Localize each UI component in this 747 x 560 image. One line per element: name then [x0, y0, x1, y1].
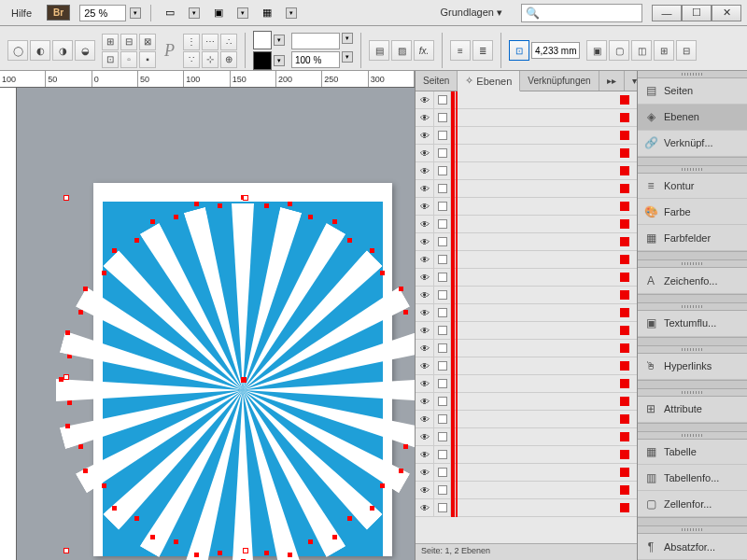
workspace-label[interactable]: Grundlagen ▾ — [430, 5, 512, 21]
layer-row[interactable]: 👁 — [416, 233, 637, 251]
layer-row[interactable]: 👁 — [416, 145, 637, 162]
selection-square[interactable] — [620, 237, 629, 246]
arrange-icon[interactable]: ▦ — [258, 4, 276, 22]
pathfinder-icon[interactable]: ◑ — [52, 40, 73, 61]
pathfinder-icon[interactable]: ◯ — [7, 40, 28, 61]
chevron-down-icon[interactable]: ▾ — [189, 7, 200, 19]
visibility-icon[interactable]: 👁 — [416, 482, 434, 499]
layer-row[interactable]: 👁 — [416, 499, 637, 517]
selection-square[interactable] — [620, 343, 629, 353]
lock-toggle[interactable] — [434, 304, 451, 322]
align-icon[interactable]: ⊠ — [139, 34, 156, 50]
panel-tabelle[interactable]: ▦Tabelle — [638, 440, 747, 466]
visibility-icon[interactable]: 👁 — [416, 127, 434, 145]
tab-ebenen[interactable]: ✧Ebenen — [458, 71, 520, 91]
visibility-icon[interactable]: 👁 — [416, 357, 434, 375]
selection-square[interactable] — [620, 397, 629, 406]
chevron-down-icon[interactable]: ▾ — [274, 35, 285, 46]
layer-row[interactable]: 👁 — [416, 251, 637, 269]
char-panel-icon[interactable]: P — [161, 41, 178, 61]
grip-icon[interactable] — [638, 432, 747, 440]
visibility-icon[interactable]: 👁 — [416, 464, 434, 482]
fill-swatch[interactable] — [253, 31, 272, 49]
selection-square[interactable] — [620, 95, 629, 105]
chevron-down-icon[interactable]: ▾ — [342, 51, 353, 63]
bridge-badge[interactable]: Br — [47, 5, 70, 21]
panel-absatz[interactable]: ¶Absatzfor... — [638, 534, 747, 560]
zoom-input[interactable] — [79, 5, 126, 21]
align-icon[interactable]: ▪ — [139, 51, 156, 68]
selection-square[interactable] — [620, 468, 629, 477]
chevron-down-icon[interactable]: ▾ — [237, 7, 248, 19]
visibility-icon[interactable]: 👁 — [416, 216, 434, 233]
chevron-down-icon[interactable]: ▾ — [130, 7, 141, 19]
layer-row[interactable]: 👁 — [416, 91, 637, 109]
visibility-icon[interactable]: 👁 — [416, 287, 434, 304]
visibility-icon[interactable]: 👁 — [416, 446, 434, 464]
panel-zellenfo[interactable]: ▢Zellenfor... — [638, 491, 747, 517]
selection-square[interactable] — [620, 414, 629, 424]
visibility-icon[interactable]: 👁 — [416, 233, 434, 251]
distribute-icon[interactable]: ∴ — [220, 34, 237, 50]
selection-square[interactable] — [620, 485, 629, 495]
selection-square[interactable] — [620, 450, 629, 459]
fx-icon[interactable]: fx. — [414, 40, 434, 61]
visibility-icon[interactable]: 👁 — [416, 428, 434, 446]
grip-icon[interactable] — [638, 526, 747, 534]
selection-square[interactable] — [620, 184, 629, 193]
visibility-icon[interactable]: 👁 — [416, 393, 434, 411]
selection-square[interactable] — [620, 166, 629, 175]
panel-farbe[interactable]: 🎨Farbe — [638, 199, 747, 225]
layer-row[interactable]: 👁 — [416, 269, 637, 287]
selection-square[interactable] — [620, 379, 629, 388]
visibility-icon[interactable]: 👁 — [416, 499, 434, 517]
lock-toggle[interactable] — [434, 180, 451, 198]
layer-row[interactable]: 👁 — [416, 287, 637, 304]
lock-toggle[interactable] — [434, 464, 451, 482]
lock-toggle[interactable] — [434, 482, 451, 499]
stroke-swatch[interactable] — [253, 51, 272, 70]
lock-toggle[interactable] — [434, 269, 451, 287]
layer-row[interactable]: 👁 — [416, 393, 637, 411]
layer-row[interactable]: 👁 — [416, 180, 637, 198]
minimize-button[interactable]: — — [652, 5, 682, 21]
distribute-icon[interactable]: ⊕ — [220, 51, 237, 68]
panel-attribute[interactable]: ⊞Attribute — [638, 397, 747, 423]
layer-row[interactable]: 👁 — [416, 304, 637, 322]
tab-verknuepfungen[interactable]: Verknüpfungen — [520, 71, 599, 91]
lock-toggle[interactable] — [434, 357, 451, 375]
grip-icon[interactable] — [638, 303, 747, 311]
lock-toggle[interactable] — [434, 411, 451, 428]
lock-toggle[interactable] — [434, 216, 451, 233]
layer-row[interactable]: 👁 — [416, 340, 637, 357]
panel-seiten[interactable]: ▤Seiten — [638, 78, 747, 105]
fit-icon[interactable]: ⊞ — [654, 40, 674, 61]
visibility-icon[interactable]: 👁 — [416, 180, 434, 198]
visibility-icon[interactable]: 👁 — [416, 145, 434, 162]
panel-kontur[interactable]: ≡Kontur — [638, 174, 747, 200]
lock-toggle[interactable] — [434, 91, 451, 109]
chevron-down-icon[interactable]: ▾ — [274, 55, 285, 66]
layer-row[interactable]: 👁 — [416, 216, 637, 233]
selection-square[interactable] — [620, 131, 629, 140]
layer-row[interactable]: 👁 — [416, 482, 637, 499]
layer-row[interactable]: 👁 — [416, 357, 637, 375]
lock-toggle[interactable] — [434, 251, 451, 269]
stroke-style[interactable] — [291, 33, 340, 49]
layers-list[interactable]: 👁👁👁👁👁👁👁👁👁👁👁👁👁👁👁👁👁👁👁👁👁👁👁👁 — [416, 91, 637, 543]
panel-verknuepf[interactable]: 🔗Verknüpf... — [638, 131, 747, 157]
frame-fit-icon[interactable]: ⊡ — [509, 40, 529, 61]
panel-ebenen[interactable]: ◈Ebenen — [638, 105, 747, 131]
canvas[interactable]: 10050050100150200250300 — [0, 71, 415, 560]
grip-icon[interactable] — [638, 166, 747, 174]
lock-toggle[interactable] — [434, 499, 451, 517]
layer-row[interactable]: 👁 — [416, 464, 637, 482]
grip-icon[interactable] — [638, 260, 747, 268]
lock-toggle[interactable] — [434, 375, 451, 393]
selection-square[interactable] — [620, 219, 629, 229]
selection-square[interactable] — [620, 148, 629, 158]
lock-toggle[interactable] — [434, 287, 451, 304]
lock-toggle[interactable] — [434, 340, 451, 357]
fit-icon[interactable]: ◫ — [631, 40, 652, 61]
align-icon[interactable]: ⊞ — [102, 34, 119, 50]
